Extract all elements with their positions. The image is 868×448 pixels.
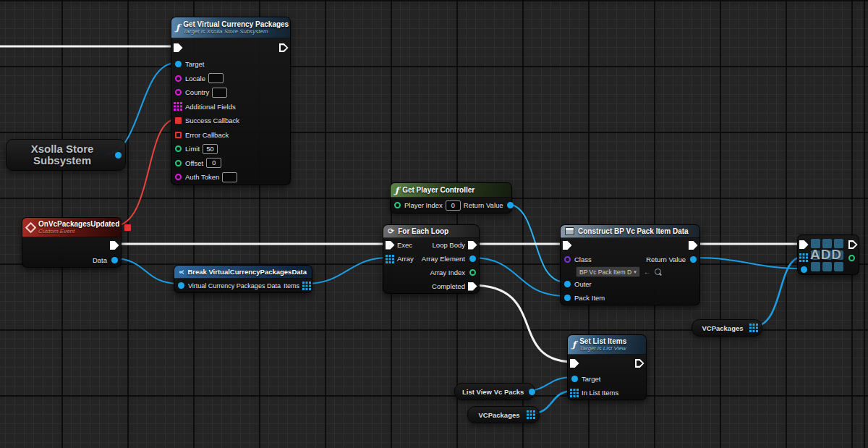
struct-in-pin[interactable] [176, 282, 185, 290]
exec-out-pin[interactable] [279, 43, 288, 52]
node-header: Break VirtualCurrencyPackagesData [174, 266, 312, 279]
auth-token-value-box[interactable] [222, 172, 237, 182]
node-get-player-controller[interactable]: ƒ Get Player Controller Player Index0 Re… [390, 182, 512, 214]
completed-pin[interactable] [468, 282, 477, 291]
delegate-pin[interactable] [123, 223, 132, 232]
wire-returnvalue-to-add[interactable] [693, 258, 803, 269]
pin-label: Array [397, 255, 414, 263]
variable-title: Xsolla Store Subsystem [15, 143, 109, 167]
success-callback-pin[interactable] [174, 117, 182, 125]
exec-out-pin[interactable] [110, 241, 119, 250]
pin-label: Target [582, 375, 600, 383]
exec-in-pin[interactable] [386, 241, 394, 250]
exec-row [171, 38, 290, 57]
exec-out-pin[interactable] [635, 359, 644, 368]
subsystem-out-pin[interactable] [114, 151, 122, 159]
player-index-pin[interactable] [393, 201, 401, 210]
node-construct-bp-vc-pack-item-data[interactable]: Construct BP Vc Pack Item Data Class Ret… [560, 224, 700, 305]
wire-element-to-packitem[interactable] [472, 258, 566, 296]
variable-title: List View Vc Packs [462, 388, 524, 396]
vcpackages-out-pin[interactable] [527, 410, 535, 419]
element-in-pin[interactable] [799, 265, 808, 274]
in-list-items-pin[interactable] [570, 389, 579, 397]
exec-in-pin[interactable] [799, 240, 808, 249]
additional-fields-pin[interactable] [174, 102, 182, 111]
country-pin[interactable] [174, 88, 182, 97]
node-for-each-loop[interactable]: ⟳ For Each Loop Exec Loop Body Array Arr… [383, 224, 480, 294]
pin-label: Limit [185, 145, 200, 153]
exec-out-pin[interactable] [689, 241, 697, 250]
pin-label: Return Value [464, 201, 503, 209]
array-index-pin[interactable] [468, 269, 477, 277]
function-icon: ƒ [176, 23, 179, 32]
pin-label: Error Callback [185, 131, 229, 139]
node-array-add[interactable]: ADD [797, 234, 859, 275]
wire-completed-to-setlistitems[interactable] [472, 285, 574, 362]
wire-items-to-array[interactable] [305, 258, 388, 284]
auth-token-pin[interactable] [174, 173, 182, 182]
vcpackages-out-pin[interactable] [749, 324, 758, 332]
node-vcpackages-get-bottom[interactable]: VCPackages [467, 406, 540, 423]
loop-body-pin[interactable] [468, 241, 477, 250]
target-pin[interactable] [570, 375, 579, 384]
data-out-pin[interactable] [110, 256, 119, 265]
node-break-virtual-currency-packages-data[interactable]: Break VirtualCurrencyPackagesData Virtua… [174, 265, 312, 293]
offset-pin[interactable] [174, 159, 182, 167]
locale-pin[interactable] [174, 74, 182, 83]
wire-success-callback[interactable] [114, 119, 176, 226]
browse-class-icon[interactable] [655, 269, 661, 275]
locale-value-box[interactable] [208, 73, 224, 83]
reset-to-default-icon[interactable]: ← [644, 269, 651, 276]
pin-label: Locale [185, 75, 205, 83]
function-icon: ƒ [395, 186, 399, 195]
class-pin[interactable] [563, 255, 571, 264]
node-title: Set List Items [579, 337, 626, 346]
wire-controller-to-outer[interactable] [505, 203, 566, 282]
array-in-pin[interactable] [799, 253, 808, 262]
wire-data-to-break[interactable] [113, 258, 179, 284]
node-header: ƒ Get Virtual Currency Packages Target i… [171, 17, 290, 38]
return-value-pin[interactable] [689, 255, 697, 264]
exec-in-pin[interactable] [563, 241, 571, 250]
node-title: Break VirtualCurrencyPackagesData [187, 268, 307, 276]
break-struct-icon [179, 269, 184, 276]
wire-vcpackages-to-add-array[interactable] [752, 257, 803, 327]
custom-event-icon [25, 221, 37, 233]
pin-label: Items [284, 282, 299, 289]
index-out-pin[interactable] [847, 253, 856, 262]
node-list-view-vc-packs-get[interactable]: List View Vc Packs [454, 383, 535, 400]
pin-label: Offset [185, 159, 203, 167]
pin-label: Country [185, 88, 209, 96]
list-view-out-pin[interactable] [527, 387, 536, 396]
pin-label: Target [185, 60, 204, 68]
array-element-pin[interactable] [468, 255, 477, 263]
exec-in-pin[interactable] [570, 359, 579, 368]
variable-title: VCPackages [699, 324, 746, 332]
pack-item-pin[interactable] [563, 294, 571, 303]
pin-label: In List Items [582, 389, 618, 397]
error-callback-pin[interactable] [174, 130, 182, 139]
items-out-pin[interactable] [302, 282, 311, 290]
blueprint-canvas[interactable]: ƒ Get Virtual Currency Packages Target i… [0, 0, 868, 448]
offset-value-box[interactable]: 0 [206, 158, 221, 168]
pin-label: Exec [397, 241, 412, 249]
limit-value-box[interactable]: 50 [203, 144, 218, 154]
exec-in-pin[interactable] [174, 43, 182, 52]
class-dropdown[interactable]: BP Vc Pack Item D▾ [576, 266, 640, 277]
pin-label: Loop Body [433, 241, 465, 249]
outer-pin[interactable] [563, 280, 571, 289]
limit-pin[interactable] [174, 145, 182, 153]
return-value-pin[interactable] [506, 201, 515, 210]
node-get-virtual-currency-packages[interactable]: ƒ Get Virtual Currency Packages Target i… [171, 17, 291, 185]
country-value-box[interactable] [212, 88, 227, 98]
node-header: ƒ Get Player Controller [391, 183, 511, 198]
node-set-list-items[interactable]: ƒ Set List Items Target is List View Tar… [567, 334, 647, 400]
node-xsolla-store-subsystem[interactable]: Xsolla Store Subsystem [6, 139, 126, 171]
node-header: Construct BP Vc Pack Item Data [561, 225, 699, 238]
node-vcpackages-get-top[interactable]: VCPackages [692, 319, 762, 337]
node-on-vc-packages-updated[interactable]: OnVcPackagesUpdated Custom Event Data [22, 217, 122, 268]
target-pin[interactable] [174, 60, 182, 69]
player-index-value-box[interactable]: 0 [446, 200, 461, 211]
exec-out-pin[interactable] [848, 240, 857, 249]
array-in-pin[interactable] [386, 255, 394, 263]
